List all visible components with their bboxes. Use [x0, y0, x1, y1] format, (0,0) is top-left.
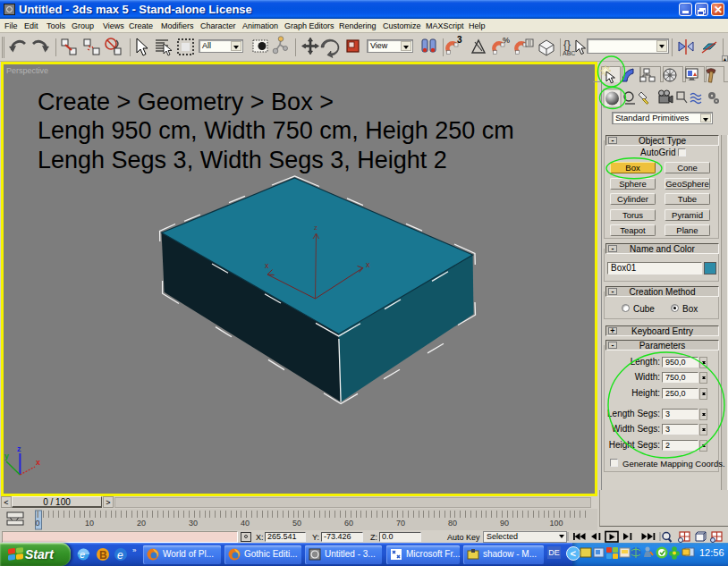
svg-text:ABC: ABC	[563, 50, 575, 56]
svg-text:%: %	[503, 36, 510, 45]
svg-text:x: x	[36, 458, 40, 467]
svg-text:{}: {}	[563, 38, 571, 51]
svg-text:z: z	[314, 224, 317, 232]
svg-text:y: y	[4, 452, 9, 460]
svg-text:3: 3	[457, 35, 462, 45]
svg-text:z: z	[17, 444, 21, 453]
svg-text:x: x	[265, 261, 269, 270]
svg-text:x: x	[366, 260, 370, 269]
